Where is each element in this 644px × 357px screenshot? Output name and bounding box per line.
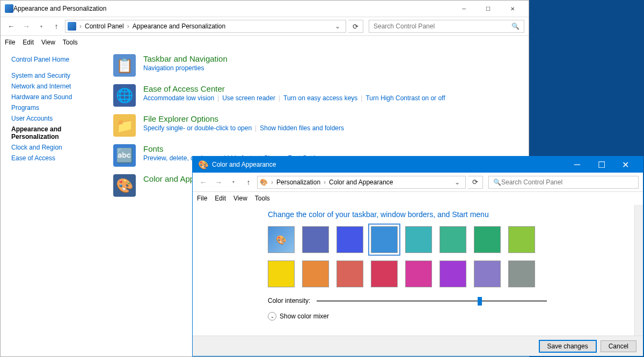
- color-swatch[interactable]: [302, 226, 329, 253]
- category-icon: 🌐: [113, 84, 136, 107]
- mixer-label: Show color mixer: [280, 313, 329, 320]
- sub-menu-tools[interactable]: Tools: [255, 195, 270, 202]
- category-links: Accommodate low vision|Use screen reader…: [143, 94, 518, 102]
- intensity-row: Color intensity:: [268, 297, 547, 304]
- sidebar-item[interactable]: System and Security: [11, 70, 100, 81]
- sub-close-button[interactable]: ✕: [613, 157, 638, 173]
- menu-view[interactable]: View: [41, 39, 55, 46]
- category-links: Navigation properties: [143, 64, 518, 72]
- sub-menu-view[interactable]: View: [233, 195, 247, 202]
- minimize-button[interactable]: ─: [452, 1, 476, 17]
- close-button[interactable]: ✕: [500, 1, 524, 17]
- sub-search-input[interactable]: [501, 178, 634, 186]
- sub-forward-button[interactable]: →: [212, 176, 225, 189]
- color-swatch[interactable]: [405, 261, 432, 287]
- color-swatch[interactable]: [268, 261, 295, 287]
- sub-breadcrumb-root[interactable]: Personalization: [276, 178, 320, 186]
- control-panel-icon: [5, 4, 13, 13]
- sub-up-button[interactable]: ↑: [242, 176, 255, 189]
- category-link[interactable]: Turn High Contrast on or off: [365, 94, 445, 102]
- window-title: Appearance and Personalization: [13, 5, 452, 12]
- category-title[interactable]: Fonts: [143, 144, 518, 153]
- sidebar-item[interactable]: Hardware and Sound: [11, 92, 100, 102]
- color-swatch[interactable]: [508, 226, 535, 253]
- color-swatch[interactable]: [440, 226, 466, 253]
- sub-address-dropdown-icon[interactable]: ⌄: [451, 178, 463, 186]
- sidebar-item[interactable]: Appearance and Personalization: [11, 124, 100, 142]
- category-link[interactable]: Turn on easy access keys: [283, 94, 357, 102]
- category-icon: 🔤: [113, 144, 136, 167]
- address-bar[interactable]: › Control Panel › Appearance and Persona…: [65, 20, 346, 33]
- sidebar-home[interactable]: Control Panel Home: [11, 54, 100, 65]
- category-title[interactable]: Ease of Access Center: [143, 84, 518, 93]
- dialog-footer: Save changes Cancel: [193, 336, 643, 356]
- sub-minimize-button[interactable]: ─: [565, 157, 589, 173]
- category-link[interactable]: Navigation properties: [143, 64, 204, 72]
- sub-window-title: Color and Appearance: [212, 161, 565, 168]
- category-icon: 🎨: [113, 174, 136, 197]
- cancel-button[interactable]: Cancel: [601, 340, 636, 352]
- sub-menu-file[interactable]: File: [197, 195, 207, 202]
- search-icon[interactable]: 🔍: [511, 23, 519, 30]
- address-dropdown-icon[interactable]: ⌄: [332, 23, 343, 30]
- menu-file[interactable]: File: [5, 39, 15, 46]
- swatch-automatic[interactable]: 🎨: [268, 226, 295, 253]
- breadcrumb-separator-icon: ›: [270, 178, 274, 186]
- category-links: Specify single- or double-click to open|…: [143, 124, 518, 132]
- up-button[interactable]: ↑: [50, 20, 63, 33]
- color-swatch[interactable]: [440, 261, 466, 287]
- category-link[interactable]: Accommodate low vision: [143, 94, 214, 102]
- category-title[interactable]: File Explorer Options: [143, 114, 518, 123]
- sidebar-item[interactable]: Programs: [11, 102, 100, 113]
- scrollbar[interactable]: [634, 205, 643, 336]
- sub-refresh-button[interactable]: ⟳: [468, 176, 483, 189]
- sidebar-item[interactable]: Clock and Region: [11, 142, 100, 153]
- slider-thumb[interactable]: [478, 297, 482, 306]
- search-icon: 🔍: [493, 178, 501, 186]
- sub-back-button[interactable]: ←: [197, 176, 210, 189]
- category-link[interactable]: Use screen reader: [222, 94, 275, 102]
- sub-menu-edit[interactable]: Edit: [215, 195, 226, 202]
- menubar: File Edit View Tools: [1, 36, 529, 49]
- chevron-down-icon: ⌄: [268, 312, 276, 321]
- intensity-slider[interactable]: [317, 300, 547, 302]
- breadcrumb-separator-icon: ›: [323, 178, 327, 186]
- refresh-button[interactable]: ⟳: [348, 20, 363, 33]
- sub-maximize-button[interactable]: ☐: [589, 157, 613, 173]
- breadcrumb-root[interactable]: Control Panel: [85, 23, 124, 30]
- color-swatch[interactable]: [302, 261, 329, 287]
- breadcrumb-current[interactable]: Appearance and Personalization: [133, 23, 225, 30]
- sub-search-box[interactable]: 🔍: [488, 176, 639, 189]
- search-input[interactable]: [374, 23, 511, 30]
- breadcrumb-separator-icon: ›: [126, 23, 130, 30]
- color-swatch[interactable]: [474, 261, 501, 287]
- color-swatch[interactable]: [371, 226, 398, 253]
- sidebar-item[interactable]: Ease of Access: [11, 153, 100, 163]
- back-button[interactable]: ←: [5, 20, 18, 33]
- category-title[interactable]: Taskbar and Navigation: [143, 54, 518, 63]
- sub-address-icon: 🎨: [260, 178, 268, 186]
- color-swatch[interactable]: [371, 261, 398, 287]
- sidebar-item[interactable]: User Accounts: [11, 113, 100, 124]
- color-swatch[interactable]: [336, 261, 363, 287]
- sidebar: Control Panel Home System and SecurityNe…: [1, 49, 103, 356]
- category-link[interactable]: Specify single- or double-click to open: [143, 124, 252, 132]
- sub-recent-dropdown-icon[interactable]: ▾: [227, 176, 240, 189]
- recent-dropdown-icon[interactable]: ▾: [35, 20, 48, 33]
- menu-tools[interactable]: Tools: [63, 39, 78, 46]
- color-swatch[interactable]: [336, 226, 363, 253]
- save-button[interactable]: Save changes: [539, 340, 596, 352]
- color-grid: 🎨: [268, 226, 558, 287]
- search-box[interactable]: 🔍: [369, 20, 524, 33]
- sub-address-bar[interactable]: 🎨 › Personalization › Color and Appearan…: [257, 176, 466, 189]
- sidebar-item[interactable]: Network and Internet: [11, 81, 100, 92]
- maximize-button[interactable]: ☐: [476, 1, 500, 17]
- category-link[interactable]: Show hidden files and folders: [260, 124, 344, 132]
- forward-button[interactable]: →: [20, 20, 33, 33]
- color-swatch[interactable]: [405, 226, 432, 253]
- color-swatch[interactable]: [474, 226, 501, 253]
- color-swatch[interactable]: [508, 261, 535, 287]
- color-mixer-toggle[interactable]: ⌄ Show color mixer: [268, 312, 643, 321]
- menu-edit[interactable]: Edit: [23, 39, 34, 46]
- sub-breadcrumb-current[interactable]: Color and Appearance: [329, 178, 393, 186]
